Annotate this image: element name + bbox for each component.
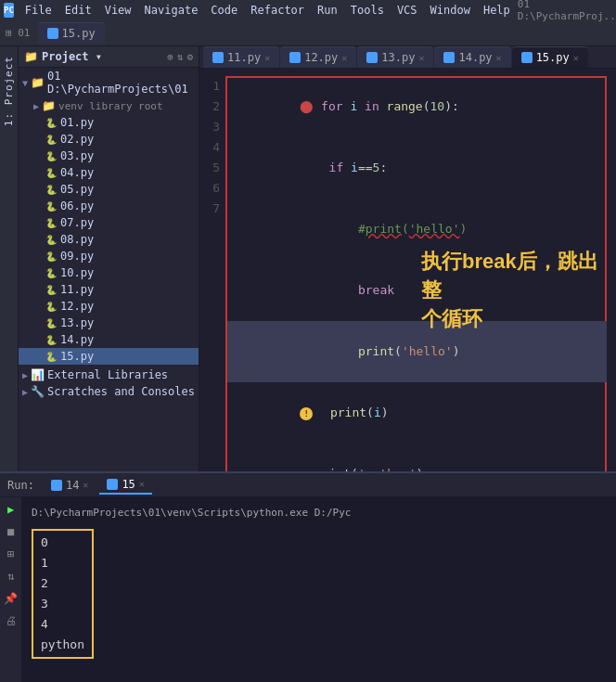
run-output: D:\PycharmProjects\01\venv\Scripts\pytho… xyxy=(22,497,616,682)
file-label-08: 08.py xyxy=(60,233,94,246)
editor-tabs: 11.py ✕ 12.py ✕ 13.py ✕ 14.py ✕ 15.py xyxy=(199,46,616,69)
close-tab-11[interactable]: ✕ xyxy=(264,53,270,63)
tree-file-09py[interactable]: 🐍 09.py xyxy=(19,248,199,264)
tree-scratches[interactable]: ▶ 🔧 Scratches and Consoles xyxy=(19,383,199,400)
py-file-icon: 🐍 xyxy=(45,333,58,346)
code-editor[interactable]: 1 2 3 4 5 6 7 ⬤ for i in range(10): if i… xyxy=(199,69,616,512)
tree-file-06py[interactable]: 🐍 06.py xyxy=(19,198,199,214)
tree-file-01py[interactable]: 🐍 01.py xyxy=(19,114,199,131)
menu-file[interactable]: File xyxy=(19,2,58,19)
tree-file-05py[interactable]: 🐍 05.py xyxy=(19,181,199,198)
menu-edit[interactable]: Edit xyxy=(59,2,97,19)
menu-refactor[interactable]: Refactor xyxy=(245,2,310,19)
run-grid-btn[interactable]: ⊞ xyxy=(3,546,19,562)
run-play-btn[interactable]: ▶ xyxy=(3,501,19,518)
tab-14py[interactable]: 14.py ✕ xyxy=(434,46,510,68)
py-file-icon: 🐍 xyxy=(45,250,58,263)
breakpoint-indicator: ⬤ xyxy=(300,99,321,113)
py-file-icon: 🐍 xyxy=(45,199,58,212)
tree-file-03py[interactable]: 🐍 03.py xyxy=(19,148,199,164)
project-vertical-label: 1: Project xyxy=(3,56,15,126)
tree-file-14py[interactable]: 🐍 14.py xyxy=(19,331,199,348)
py-file-icon: 🐍 xyxy=(45,350,58,363)
file-label-04: 04.py xyxy=(60,166,94,179)
main-area: 1: Project 📁 Project ▾ ⊕ ⇅ ⚙ ▼ 📁 01 D:\P… xyxy=(0,46,616,471)
line-numbers: 1 2 3 4 5 6 7 xyxy=(199,76,227,505)
app-logo: PC xyxy=(4,3,14,18)
tree-file-08py[interactable]: 🐍 08.py xyxy=(19,231,199,248)
tab-13py[interactable]: 13.py ✕ xyxy=(357,46,433,68)
tree-file-10py[interactable]: 🐍 10.py xyxy=(19,264,199,281)
folder-icon: 📁 xyxy=(24,50,38,63)
tree-file-07py[interactable]: 🐍 07.py xyxy=(19,214,199,231)
tree-file-13py[interactable]: 🐍 13.py xyxy=(19,315,199,331)
project-panel: 📁 Project ▾ ⊕ ⇅ ⚙ ▼ 📁 01 D:\PycharmProje… xyxy=(19,46,199,471)
menu-window[interactable]: Window xyxy=(425,2,476,19)
run-tab-14[interactable]: 14 ✕ xyxy=(44,477,96,494)
file-label-02: 02.py xyxy=(60,133,94,146)
menu-navigate[interactable]: Navigate xyxy=(139,2,204,19)
run-scroll-btn[interactable]: ⇅ xyxy=(3,568,19,585)
menubar: PC File Edit View Navigate Code Refactor… xyxy=(0,0,616,20)
file-label-15: 15.py xyxy=(60,350,94,363)
code-line-2: if i==5: xyxy=(227,137,607,199)
tree-file-02py[interactable]: 🐍 02.py xyxy=(19,131,199,148)
close-tab-13[interactable]: ✕ xyxy=(418,53,424,63)
py-file-icon: 🐍 xyxy=(45,183,58,196)
sidebar-strip: 1: Project xyxy=(0,46,19,471)
tree-venv[interactable]: ▶ 📁 venv library root xyxy=(19,97,199,114)
close-tab-12[interactable]: ✕ xyxy=(341,53,347,63)
file-label-11: 11.py xyxy=(60,283,94,296)
editor-toolbar: ⊞ 01 15.py xyxy=(0,20,616,46)
project-header-btn2[interactable]: ⇅ xyxy=(177,51,184,63)
menu-code[interactable]: Code xyxy=(205,2,243,19)
tab-11py[interactable]: 11.py ✕ xyxy=(203,46,279,68)
code-line-6: ! print(i) xyxy=(227,382,607,444)
project-path: 01 D:\PycharmProj... xyxy=(518,0,616,22)
tab-15py-toolbar[interactable]: 15.py xyxy=(38,22,105,44)
run-stop-btn[interactable]: ■ xyxy=(3,523,19,540)
output-1: 1 xyxy=(41,553,84,573)
venv-arrow: ▶ xyxy=(33,101,39,111)
menu-run[interactable]: Run xyxy=(312,2,343,19)
run-print-btn[interactable]: 🖨 xyxy=(3,612,19,629)
close-run-14[interactable]: ✕ xyxy=(83,480,88,490)
close-run-15[interactable]: ✕ xyxy=(139,479,145,489)
code-annotation: 执行break后，跳出整 个循环 xyxy=(421,248,607,333)
project-header-btn1[interactable]: ⊕ xyxy=(167,51,173,63)
py-file-icon: 🐍 xyxy=(45,166,58,179)
py-file-icon: 🐍 xyxy=(45,283,58,296)
run-label: Run: xyxy=(7,479,34,492)
run-content: ▶ ■ ⊞ ⇅ 📌 🖨 D:\PycharmProjects\01\venv\S… xyxy=(0,497,616,682)
py-file-icon: 🐍 xyxy=(45,133,58,146)
tree-file-11py[interactable]: 🐍 11.py xyxy=(19,281,199,298)
tree-file-15py[interactable]: 🐍 15.py xyxy=(19,348,199,365)
output-4: 4 xyxy=(41,614,84,635)
run-pin-btn[interactable]: 📌 xyxy=(3,590,19,607)
run-tabs: Run: 14 ✕ 15 ✕ xyxy=(0,473,616,497)
menu-tools[interactable]: Tools xyxy=(345,2,390,19)
menu-vcs[interactable]: VCS xyxy=(391,2,423,19)
file-label-10: 10.py xyxy=(60,266,94,279)
tab-12py[interactable]: 12.py ✕ xyxy=(280,46,356,68)
close-tab-14[interactable]: ✕ xyxy=(496,53,502,63)
menu-view[interactable]: View xyxy=(99,2,137,19)
tree-external-libraries[interactable]: ▶ 📊 External Libraries xyxy=(19,367,199,383)
tree-file-12py[interactable]: 🐍 12.py xyxy=(19,298,199,315)
tree-root[interactable]: ▼ 📁 01 D:\PycharmProjects\01 xyxy=(19,68,199,97)
output-0: 0 xyxy=(41,533,84,553)
run-tab-15[interactable]: 15 ✕ xyxy=(99,476,151,495)
menu-help[interactable]: Help xyxy=(478,2,516,19)
scratch-arrow-icon: ▶ xyxy=(22,387,28,397)
venv-label: venv library root xyxy=(58,100,163,112)
py-file-icon: 🐍 xyxy=(45,216,58,229)
file-label-07: 07.py xyxy=(60,216,94,229)
tab-15py[interactable]: 15.py ✕ xyxy=(512,46,588,68)
run-command: D:\PycharmProjects\01\venv\Scripts\pytho… xyxy=(32,503,607,523)
project-header-btn3[interactable]: ⚙ xyxy=(186,51,193,63)
tree-file-04py[interactable]: 🐍 04.py xyxy=(19,164,199,181)
py-file-icon: 🐍 xyxy=(45,266,58,279)
venv-folder-icon: 📁 xyxy=(42,99,56,112)
close-tab-15[interactable]: ✕ xyxy=(573,53,579,63)
warning-icon: ! xyxy=(300,407,313,420)
